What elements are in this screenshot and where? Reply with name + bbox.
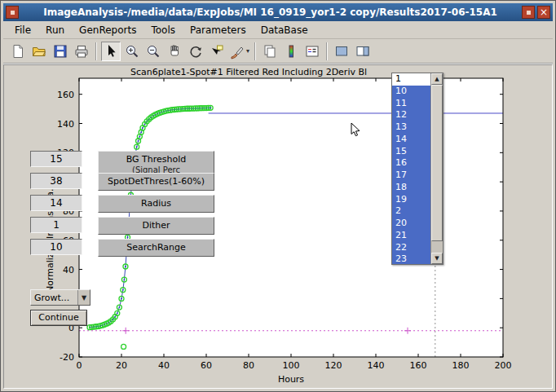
spot-number-dropdown: 1 10 11 12 13 14 15 16 17 18 19 2 20 21 … (391, 73, 443, 265)
window-menu-icon (11, 11, 15, 15)
dropdown-item[interactable]: 19 (392, 194, 430, 206)
svg-text:100: 100 (283, 360, 300, 371)
chevron-down-icon: ▼ (77, 290, 90, 305)
minimize-button[interactable] (522, 6, 535, 19)
dropdown-scrollbar[interactable]: ▲ ▼ (430, 73, 443, 264)
dropdown-item[interactable]: 14 (392, 134, 430, 146)
pan-tool-button[interactable] (165, 42, 184, 61)
zoom-out-button[interactable] (143, 42, 163, 61)
minimize-icon (527, 11, 531, 15)
pan-hand-icon (166, 43, 183, 59)
svg-text:80: 80 (243, 360, 254, 371)
menubar: File Run GenReports Tools Parameters Dat… (3, 21, 553, 39)
open-folder-icon (31, 43, 47, 59)
pointer-arrow-icon (103, 43, 119, 59)
dropdown-item[interactable]: 10 (392, 86, 430, 98)
zoom-in-button[interactable] (122, 42, 142, 61)
legend-icon (304, 43, 320, 59)
x-axis-label: Hours (79, 374, 503, 385)
growth-popup-label: Growt... (31, 293, 77, 303)
menu-genreports[interactable]: GenReports (73, 23, 143, 37)
toolbar: ▾ (3, 39, 553, 64)
menu-file[interactable]: File (8, 23, 38, 37)
svg-text:200: 200 (495, 360, 512, 371)
copy-pages-icon (262, 43, 278, 59)
dropdown-item[interactable]: 23 (392, 253, 430, 264)
toolbar-separator (95, 42, 97, 60)
menu-tools[interactable]: Tools (144, 23, 182, 37)
continue-button[interactable]: Continue (30, 310, 87, 326)
app-window: ImageAnalysis-/media/data/ExpJobs/MI 16_… (0, 0, 556, 392)
dropdown-item[interactable]: 22 (392, 242, 430, 254)
pointer-tool-button[interactable] (101, 42, 121, 61)
svg-text:40: 40 (158, 360, 170, 371)
dropdown-item[interactable]: 12 (392, 109, 430, 121)
dropdown-item[interactable]: 11 (392, 98, 430, 110)
search-range-button[interactable]: SearchRange (98, 239, 214, 257)
dropdown-list: 1 10 11 12 13 14 15 16 17 18 19 2 20 21 … (392, 73, 430, 264)
dropdown-item[interactable]: 1 (392, 73, 430, 86)
print-figure-button[interactable] (72, 42, 91, 61)
close-button[interactable]: × (537, 6, 550, 19)
scroll-up-button[interactable]: ▲ (431, 73, 443, 85)
insert-colorbar-button[interactable] (281, 42, 301, 61)
brush-tool-button[interactable]: ▾ (228, 42, 250, 61)
svg-text:120: 120 (325, 360, 342, 371)
radius-button[interactable]: Radius (98, 195, 214, 213)
dropdown-item[interactable]: 20 (392, 218, 430, 230)
figure-area: Scan6plate1-Spot#1 Filtered Red Includin… (3, 64, 553, 389)
svg-text:0: 0 (77, 360, 82, 371)
svg-text:140: 140 (368, 360, 385, 371)
new-figure-button[interactable] (8, 42, 28, 61)
dither-field[interactable] (30, 217, 82, 233)
radius-field[interactable] (30, 195, 82, 211)
svg-text:-20: -20 (60, 352, 74, 363)
rotate-3d-icon (188, 43, 204, 59)
dropdown-item[interactable]: 21 (392, 230, 430, 242)
dropdown-item[interactable]: 17 (392, 170, 430, 182)
growth-popup-menu[interactable]: Growt... ▼ (30, 289, 90, 306)
window-menu-button[interactable] (6, 6, 19, 19)
insert-legend-button[interactable] (302, 42, 322, 61)
dropdown-item[interactable]: 15 (392, 146, 430, 158)
spot-det-thres-button[interactable]: SpotDetThres(1-60%) (98, 173, 214, 191)
dropdown-item[interactable]: 16 (392, 157, 430, 170)
spot-det-thres-field[interactable] (30, 173, 82, 189)
chevron-down-icon: ▾ (246, 47, 249, 55)
svg-text:20: 20 (116, 360, 127, 371)
show-plot-tools-icon (355, 43, 371, 59)
menu-database[interactable]: DataBase (254, 23, 315, 37)
bg-threshold-label: BG Threshold (99, 154, 214, 165)
colorbar-icon (283, 43, 299, 59)
dither-button[interactable]: Dither (98, 217, 214, 235)
titlebar[interactable]: ImageAnalysis-/media/data/ExpJobs/MI 16_… (3, 3, 553, 21)
svg-text:140: 140 (57, 119, 74, 130)
hide-plot-tools-button[interactable] (332, 42, 351, 61)
save-floppy-icon (52, 43, 68, 59)
scrollbar-track[interactable] (431, 241, 443, 253)
svg-text:60: 60 (201, 360, 212, 371)
dropdown-item[interactable]: 13 (392, 121, 430, 134)
open-file-button[interactable] (29, 42, 49, 61)
bg-threshold-button[interactable]: BG Threshold (Signal Perc (98, 151, 214, 175)
scrollbar-thumb[interactable] (431, 85, 443, 241)
brush-icon (229, 43, 245, 59)
copy-figure-button[interactable] (260, 42, 280, 61)
menu-run[interactable]: Run (39, 23, 71, 37)
svg-text:160: 160 (410, 360, 427, 371)
svg-text:160: 160 (57, 90, 74, 100)
menu-parameters[interactable]: Parameters (183, 23, 253, 37)
svg-text:40: 40 (63, 265, 74, 275)
data-cursor-button[interactable] (207, 42, 227, 61)
bg-threshold-field[interactable] (30, 151, 82, 167)
dropdown-item[interactable]: 2 (392, 205, 430, 218)
svg-text:180: 180 (452, 360, 470, 371)
data-cursor-icon (209, 43, 225, 59)
rotate-3d-button[interactable] (186, 42, 205, 61)
dropdown-item[interactable]: 18 (392, 182, 430, 194)
window-title: ImageAnalysis-/media/data/ExpJobs/MI 16_… (21, 7, 519, 18)
search-range-field[interactable] (30, 239, 82, 255)
save-figure-button[interactable] (51, 42, 70, 61)
show-plot-tools-button[interactable] (353, 42, 373, 61)
scroll-down-button[interactable]: ▼ (431, 253, 443, 264)
